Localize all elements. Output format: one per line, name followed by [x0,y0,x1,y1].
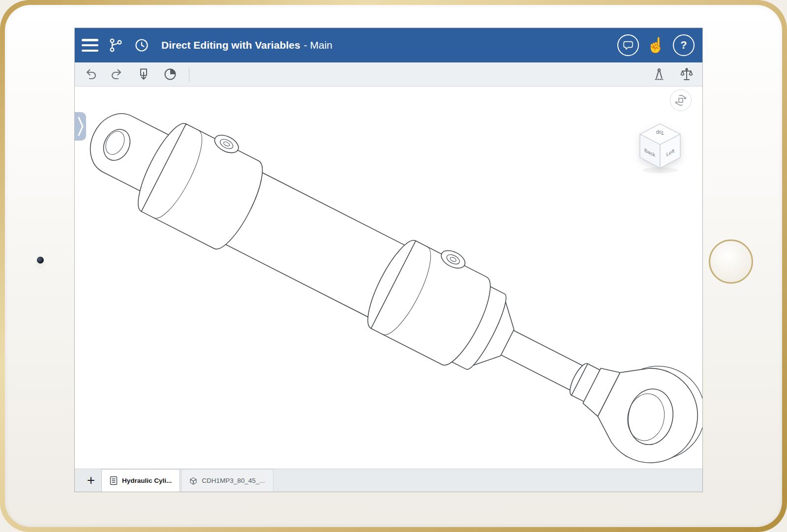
add-element-button[interactable]: + [81,469,101,492]
help-button[interactable]: ? [673,34,695,56]
toolbar-separator [189,67,189,81]
document-toolbar [75,62,702,87]
tab-part-studio[interactable]: CDH1MP3_80_45_... [181,469,273,492]
redo-icon [110,67,124,82]
part-icon [189,476,197,485]
chevron-right-icon [76,113,85,140]
app-screen: Direct Editing with Variables - Main ☝ ? [75,28,702,492]
document-icon [110,476,118,485]
document-name: Direct Editing with Variables [161,39,300,51]
time-usage-icon [163,67,178,82]
time-usage-button[interactable] [162,66,178,82]
mass-properties-icon [679,67,694,82]
tablet-device: Direct Editing with Variables - Main ☝ ? [0,0,787,532]
viewcube-label-top: Top [656,130,665,135]
measure-button[interactable] [651,66,667,82]
undo-icon [83,67,98,82]
header-actions: ☝ ? [617,34,695,56]
comments-button[interactable] [617,34,639,56]
workspace-name: - Main [303,39,332,51]
export-button[interactable] [136,66,151,82]
version-tree-icon [107,37,123,54]
home-button[interactable] [709,239,753,284]
versions-button[interactable] [105,35,125,55]
touch-pointer-icon[interactable]: ☝ [647,38,665,53]
comment-icon [623,40,634,51]
tab-label: CDH1MP3_80_45_... [202,477,265,484]
rotate-view-button[interactable] [670,89,692,111]
redo-button[interactable] [109,66,125,82]
tab-assembly[interactable]: Hydraulic Cyli... [101,469,180,492]
view-cube[interactable]: Top Back Left [631,117,690,176]
history-button[interactable] [132,35,151,55]
graphics-canvas[interactable]: Top Back Left [75,87,702,469]
hydraulic-cylinder-model[interactable] [75,87,702,469]
model-rod-end-eye[interactable] [571,339,702,469]
front-camera [37,257,44,264]
undo-button[interactable] [83,66,98,82]
expand-feature-panel-button[interactable] [75,112,86,141]
rotate-view-icon [674,94,687,107]
measure-icon [652,67,666,82]
history-clock-icon [133,37,150,54]
hamburger-menu-icon[interactable] [82,39,98,52]
document-title: Direct Editing with Variables - Main [161,39,333,51]
tab-label: Hydraulic Cyli... [122,477,172,484]
help-glyph: ? [680,39,687,52]
plus-icon: + [87,473,95,488]
export-icon [136,67,151,82]
app-header: Direct Editing with Variables - Main ☝ ? [75,28,702,62]
element-tab-bar: + Hydraulic Cyli... [75,469,702,492]
mass-properties-button[interactable] [679,66,695,82]
toolbar-analysis-group [651,66,695,82]
